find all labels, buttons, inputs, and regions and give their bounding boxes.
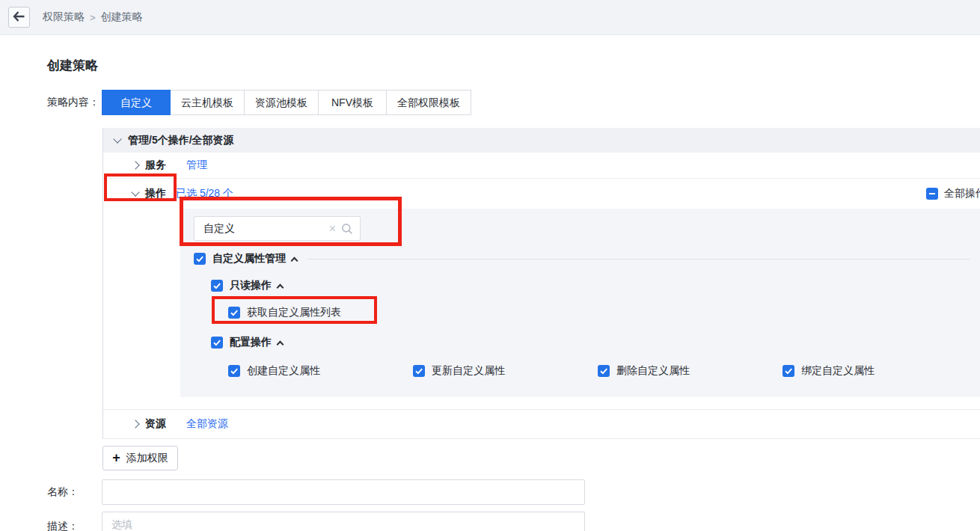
clear-icon[interactable]: ×: [329, 223, 336, 235]
name-label: 名称：: [47, 485, 102, 499]
back-button[interactable]: [8, 7, 30, 28]
permission-group: 管理/5个操作/全部资源 服务 管理 操作 已选 5/28 个 全部操作 ×: [102, 128, 980, 439]
tree-leaf-label: 获取自定义属性列表: [247, 306, 341, 319]
tree-leaf-bind-custom-attr: 绑定自定义属性: [783, 364, 967, 378]
breadcrumb-separator: >: [90, 12, 96, 23]
breadcrumb: 权限策略 > 创建策略: [43, 10, 143, 24]
policy-content-row: 策略内容： 自定义 云主机模板 资源池模板 NFV模板 全部权限模板: [47, 90, 980, 115]
operation-panel: × 自定义属性管理 只读操作 获取自定义属性列表: [180, 209, 980, 397]
checkbox-checked[interactable]: [228, 365, 240, 377]
add-permission-label: 添加权限: [126, 452, 168, 465]
tree-leaf-label: 绑定自定义属性: [801, 364, 875, 378]
plus-icon: +: [112, 451, 120, 464]
breadcrumb-current: 创建策略: [101, 10, 143, 24]
tree-leaf-label: 删除自定义属性: [616, 364, 690, 378]
topbar: 权限策略 > 创建策略: [0, 0, 980, 35]
selected-count-link[interactable]: 已选 5/28 个: [176, 187, 233, 200]
breadcrumb-parent[interactable]: 权限策略: [43, 10, 85, 24]
tree-leaf-label: 创建自定义属性: [247, 364, 320, 378]
service-label: 服务: [145, 159, 166, 172]
operation-label: 操作: [145, 187, 166, 200]
policy-content-label: 策略内容：: [47, 96, 102, 109]
chevron-up-icon[interactable]: [291, 257, 298, 265]
page-title: 创建策略: [47, 57, 980, 74]
operation-search-input[interactable]: [203, 223, 329, 235]
chevron-up-icon[interactable]: [277, 341, 284, 349]
tree-leaf-create-custom-attr: 创建自定义属性: [228, 364, 413, 378]
divider: [307, 259, 970, 260]
chevron-right-icon[interactable]: [131, 420, 139, 428]
checkbox-indeterminate[interactable]: [926, 188, 938, 200]
tab-resource-pool-template[interactable]: 资源池模板: [244, 90, 319, 115]
tree-node-custom-attr-management: 自定义属性管理: [194, 251, 980, 267]
chevron-right-icon[interactable]: [131, 161, 139, 169]
service-value-link[interactable]: 管理: [186, 159, 207, 172]
tree-leaf-row: 创建自定义属性 更新自定义属性 删除自定义属性 绑定自定义属性: [228, 363, 980, 379]
operation-search-box: ×: [194, 216, 361, 241]
description-input[interactable]: [102, 512, 585, 531]
arrow-left-icon: [13, 11, 25, 24]
tree-leaf-get-custom-attr-list: 获取自定义属性列表: [228, 304, 980, 321]
tab-custom[interactable]: 自定义: [102, 90, 171, 115]
add-permission-button[interactable]: + 添加权限: [102, 446, 178, 470]
checkbox-checked[interactable]: [211, 280, 223, 292]
checkbox-checked[interactable]: [598, 365, 610, 377]
chevron-down-icon[interactable]: [131, 188, 139, 196]
tab-nfv-template[interactable]: NFV模板: [318, 90, 387, 115]
resource-value-link[interactable]: 全部资源: [186, 417, 228, 431]
checkbox-checked[interactable]: [194, 253, 206, 265]
select-all-operations: 全部操作: [926, 187, 980, 200]
policy-tabs: 自定义 云主机模板 资源池模板 NFV模板 全部权限模板: [102, 90, 471, 115]
group-header-title: 管理/5个操作/全部资源: [128, 134, 234, 147]
resource-label: 资源: [145, 417, 166, 431]
name-input[interactable]: [102, 479, 585, 505]
description-row: 描述：: [47, 512, 980, 531]
tree-leaf-update-custom-attr: 更新自定义属性: [413, 364, 598, 378]
tree-node-label: 配置操作: [230, 336, 272, 349]
chevron-up-icon[interactable]: [277, 284, 284, 292]
search-icon[interactable]: [341, 223, 353, 235]
tree-leaf-delete-custom-attr: 删除自定义属性: [598, 364, 783, 378]
tab-all-permission-template[interactable]: 全部权限模板: [386, 90, 471, 115]
tree-node-config-ops: 配置操作: [211, 334, 980, 351]
tree-node-label: 只读操作: [230, 279, 272, 292]
group-header[interactable]: 管理/5个操作/全部资源: [103, 128, 980, 153]
checkbox-checked[interactable]: [783, 365, 794, 377]
description-label: 描述：: [47, 512, 102, 531]
select-all-label: 全部操作: [944, 187, 980, 200]
operation-row: 操作 已选 5/28 个 全部操作: [103, 179, 980, 209]
tree-node-label: 自定义属性管理: [212, 252, 286, 266]
service-row: 服务 管理: [103, 153, 980, 179]
tree-leaf-label: 更新自定义属性: [432, 364, 505, 378]
tree-node-readonly-ops: 只读操作: [211, 277, 980, 294]
tab-cloud-host-template[interactable]: 云主机模板: [170, 90, 245, 115]
resource-row: 资源 全部资源: [103, 409, 980, 439]
chevron-down-icon: [113, 135, 121, 143]
checkbox-checked[interactable]: [413, 365, 425, 377]
name-row: 名称：: [47, 479, 980, 505]
checkbox-checked[interactable]: [228, 307, 240, 319]
checkbox-checked[interactable]: [211, 337, 223, 349]
